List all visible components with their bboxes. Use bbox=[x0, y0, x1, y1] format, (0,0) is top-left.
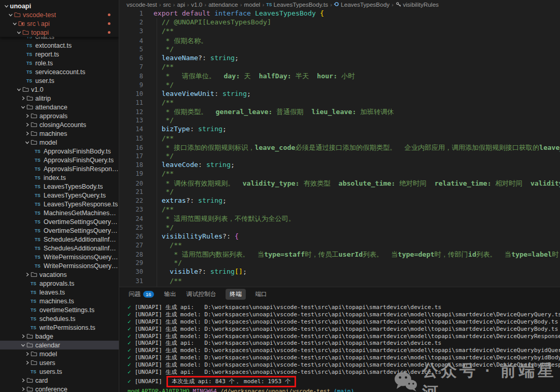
code-line[interactable]: 2 // @UNOAPI[LeavesTypesBody] bbox=[119, 18, 560, 27]
file-item-leavestypesresponse-ts[interactable]: TSLeavesTypesResponse.ts bbox=[0, 200, 119, 208]
panel-tab-item[interactable]: 终端 bbox=[226, 289, 246, 300]
file-item-approvalsfinishquery-ts[interactable]: TSApprovalsFinishQuery.ts bbox=[0, 156, 119, 164]
code-line[interactable]: 9 */ bbox=[119, 81, 560, 90]
code-line[interactable]: 16 * 接口添加的假期规则标识，leave_code必须是通过接口添加的假期类… bbox=[119, 143, 560, 152]
panel-tab-item[interactable]: 调试控制台 bbox=[186, 289, 218, 300]
folder-item-v1-0[interactable]: v1.0 bbox=[0, 85, 119, 94]
code-editor[interactable]: vscode-test›src›api›v1.0›attendance›mode… bbox=[119, 0, 560, 287]
chevron-down-icon[interactable] bbox=[16, 87, 22, 92]
code-line[interactable]: 6 leaveName?: string; bbox=[119, 54, 560, 63]
code-line[interactable]: 25 */ bbox=[119, 223, 560, 232]
file-item-approvals-ts[interactable]: TSapprovals.ts bbox=[0, 279, 119, 288]
file-item-users-ts[interactable]: TSusers.ts bbox=[0, 367, 119, 376]
folder-item-machines[interactable]: machines bbox=[0, 129, 119, 138]
folder-item-conference[interactable]: conference bbox=[0, 385, 119, 392]
chevron-down-icon[interactable] bbox=[20, 105, 26, 109]
file-item-machinesgetmachinesbydevid[interactable]: TSMachinesGetMachinesByDevId… bbox=[0, 208, 119, 217]
code-line[interactable]: 1export default interface LeavesTypesBod… bbox=[119, 9, 560, 18]
explorer-sidebar[interactable]: TSchat.tsTSextcontact.tsTSreport.tsTSrol… bbox=[0, 0, 119, 392]
chevron-down-icon[interactable] bbox=[3, 4, 10, 8]
folder-item-vscode-test[interactable]: vscode-test bbox=[0, 10, 119, 19]
chevron-down-icon[interactable] bbox=[16, 30, 22, 35]
breadcrumb-item-model[interactable]: model bbox=[244, 2, 260, 8]
file-item-schedulesadditionalinfobody-ts[interactable]: TSSchedulesAdditionalInfoBody.ts bbox=[0, 235, 119, 244]
breadcrumb-item-vscode-test[interactable]: vscode-test bbox=[127, 2, 157, 8]
file-item-serviceaccount-ts[interactable]: TSserviceaccount.ts bbox=[0, 67, 119, 76]
code-line[interactable]: 11 /** bbox=[119, 99, 560, 107]
code-line[interactable]: 22 extras?: string; bbox=[119, 197, 560, 205]
code-line[interactable]: 29 */ bbox=[119, 259, 560, 268]
chevron-right-icon[interactable] bbox=[24, 360, 31, 365]
code-line[interactable]: 13 */ bbox=[119, 116, 560, 125]
breadcrumb-item-attendance[interactable]: attendance bbox=[208, 2, 238, 8]
folder-item-calendar[interactable]: calendar bbox=[0, 341, 119, 349]
file-item-leavestypesquery-ts[interactable]: TSLeavesTypesQuery.ts bbox=[0, 191, 119, 200]
panel-tabs[interactable]: 问题16输出调试控制台终端端口 bbox=[119, 287, 560, 301]
code-line[interactable]: 5 */ bbox=[119, 45, 560, 54]
folder-item-badge[interactable]: badge bbox=[0, 332, 119, 341]
chevron-right-icon[interactable] bbox=[20, 96, 26, 101]
code-line[interactable]: 24 * 适用范围规则列表，不传默认为全公司。 bbox=[119, 214, 560, 223]
breadcrumb-item-v1-0[interactable]: v1.0 bbox=[191, 2, 203, 8]
file-item-approvalsfinishbody-ts[interactable]: TSApprovalsFinishBody.ts bbox=[0, 147, 119, 156]
file-item-machines-ts[interactable]: TSmachines.ts bbox=[0, 297, 119, 305]
folder-item-approvals[interactable]: approvals bbox=[0, 111, 119, 120]
code-line[interactable]: 23 /** bbox=[119, 205, 560, 214]
code-line[interactable]: 19 /** bbox=[119, 170, 560, 178]
file-item-report-ts[interactable]: TSreport.ts bbox=[0, 50, 119, 59]
folder-item-closingaccounts[interactable]: closingAccounts bbox=[0, 120, 119, 129]
chevron-right-icon[interactable] bbox=[20, 378, 26, 383]
folder-item-topapi[interactable]: topapi bbox=[0, 28, 119, 37]
file-item-user-ts[interactable]: TSuser.ts bbox=[0, 76, 119, 85]
terminal-prompt[interactable]: mo@LAPTOP-A10TPJHO MINGW64 /d/workspaces… bbox=[128, 388, 560, 392]
code-line[interactable]: 26 visibilityRules?: { bbox=[119, 232, 560, 241]
code-line[interactable]: 12 * 假期类型。 general_leave: 普通假期 lieu_leav… bbox=[119, 107, 560, 116]
code-line[interactable]: 7 /** bbox=[119, 63, 560, 72]
code-line[interactable]: 14 bizType: string; bbox=[119, 125, 560, 134]
file-item-role-ts[interactable]: TSrole.ts bbox=[0, 59, 119, 67]
file-item-writepermissionsquerybody-ts[interactable]: TSWritePermissionsQueryBody.ts bbox=[0, 253, 119, 261]
breadcrumb-item-api[interactable]: api bbox=[177, 2, 185, 8]
folder-item-unoapi[interactable]: unoapi bbox=[0, 2, 119, 10]
file-item-overtimesettingsquerybody-ts[interactable]: TSOvertimeSettingsQueryBody.ts bbox=[0, 217, 119, 226]
terminal-panel[interactable]: 问题16输出调试控制台终端端口 ✓[UNOAPI] 生成 api: D:\wor… bbox=[119, 287, 560, 392]
panel-tab-item[interactable]: 端口 bbox=[254, 289, 268, 300]
file-item-overtimesettings-ts[interactable]: TSovertimeSettings.ts bbox=[0, 305, 119, 314]
code-line[interactable]: 27 /** bbox=[119, 241, 560, 250]
chevron-down-icon[interactable] bbox=[7, 12, 14, 17]
file-item-approvalsfinishresponse-ts[interactable]: TSApprovalsFinishResponse.ts bbox=[0, 164, 119, 173]
file-item-overtimesettingsqueryrespon[interactable]: TSOvertimeSettingsQueryRespon… bbox=[0, 226, 119, 235]
code-line[interactable]: 3 /** bbox=[119, 27, 560, 36]
panel-tab-item[interactable]: 输出 bbox=[163, 289, 177, 300]
code-line[interactable]: 20 * 调休假有效期规则。 validity_type: 有效类型 absol… bbox=[119, 179, 560, 188]
file-item-leavestypesbody-ts[interactable]: TSLeavesTypesBody.ts bbox=[0, 182, 119, 191]
code-line[interactable]: 10 leaveViewUnit: string; bbox=[119, 90, 560, 99]
chevron-right-icon[interactable] bbox=[24, 272, 31, 277]
code-line[interactable]: 30 visible?: string[]; bbox=[119, 268, 560, 276]
code-line[interactable]: 28 * 适用范围内数据列表。 当type=staff时，传员工userId列表… bbox=[119, 250, 560, 259]
file-item-writepermissionsqueryrespons[interactable]: TSWritePermissionsQueryRespons… bbox=[0, 261, 119, 270]
code-line[interactable]: 15 /** bbox=[119, 134, 560, 143]
breadcrumb-item-leavestypesbody-ts[interactable]: TSLeavesTypesBody.ts bbox=[267, 2, 328, 8]
folder-item-users[interactable]: users bbox=[0, 358, 119, 367]
file-item-index-ts[interactable]: TSindex.ts bbox=[0, 173, 119, 182]
chevron-down-icon[interactable] bbox=[20, 343, 26, 347]
folder-item-src-api[interactable]: src \ api bbox=[0, 19, 119, 28]
file-item-schedulesadditionalinforespo[interactable]: TSSchedulesAdditionalInfoRespo… bbox=[0, 244, 119, 253]
tree-sticky-scroll[interactable]: unoapivscode-testsrc \ apitopapi bbox=[0, 0, 119, 37]
panel-tab-item[interactable]: 问题16 bbox=[128, 289, 155, 300]
code-line[interactable]: 17 */ bbox=[119, 152, 560, 161]
folder-item-card[interactable]: card bbox=[0, 376, 119, 385]
folder-item-model[interactable]: model bbox=[0, 138, 119, 147]
file-item-leaves-ts[interactable]: TSleaves.ts bbox=[0, 288, 119, 297]
breadcrumb-item-visibilityrules[interactable]: visibilityRules bbox=[396, 2, 439, 8]
folder-item-attendance[interactable]: attendance bbox=[0, 103, 119, 111]
chevron-right-icon[interactable] bbox=[20, 387, 26, 391]
breadcrumb-item-leavestypesbody[interactable]: LeavesTypesBody bbox=[334, 2, 389, 8]
file-tree[interactable]: TSchat.tsTSextcontact.tsTSreport.tsTSrol… bbox=[0, 32, 119, 392]
chevron-down-icon[interactable] bbox=[24, 140, 31, 145]
file-item-writepermissions-ts[interactable]: TSwritePermissions.ts bbox=[0, 323, 119, 332]
terminal-output[interactable]: ✓[UNOAPI] 生成 api: D:\workspaces\unoapi\v… bbox=[119, 301, 560, 392]
folder-item-vacations[interactable]: vacations bbox=[0, 270, 119, 279]
code-line[interactable]: 8 * 请假单位。 day: 天 halfDay: 半天 hour: 小时 bbox=[119, 72, 560, 80]
